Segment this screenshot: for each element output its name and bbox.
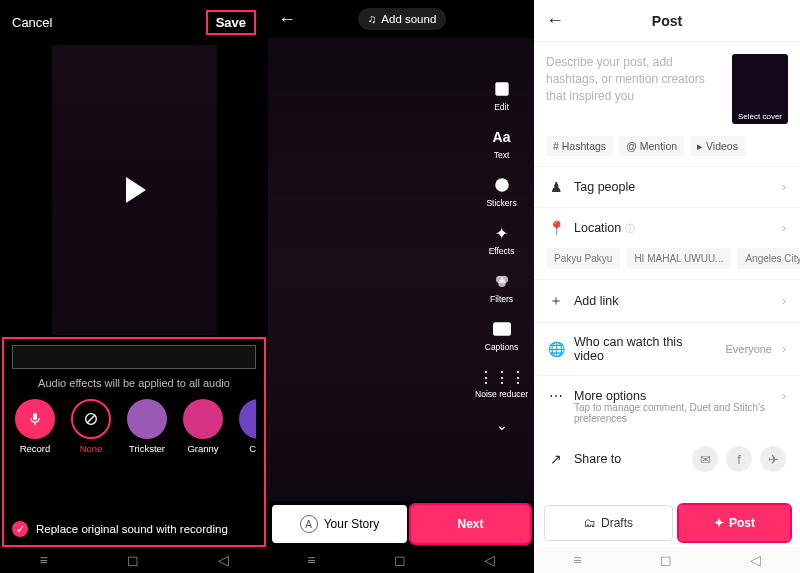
edit-icon bbox=[491, 78, 513, 100]
select-cover-button[interactable]: Select cover bbox=[732, 54, 788, 124]
effect-chip[interactable]: Chip bbox=[236, 399, 256, 454]
back-icon[interactable]: ◁ bbox=[484, 552, 495, 568]
recent-icon[interactable]: ≡ bbox=[307, 552, 315, 568]
home-icon[interactable]: ◻ bbox=[394, 552, 406, 568]
svg-point-2 bbox=[495, 178, 509, 192]
effect-none[interactable]: None bbox=[68, 399, 114, 454]
chevron-right-icon: › bbox=[782, 294, 786, 308]
svg-point-5 bbox=[498, 280, 506, 288]
noise-icon: ⋮⋮⋮ bbox=[491, 366, 513, 388]
back-button[interactable]: ← bbox=[278, 9, 296, 30]
recent-icon[interactable]: ≡ bbox=[39, 552, 47, 568]
next-button[interactable]: Next bbox=[411, 505, 530, 543]
tool-edit[interactable]: Edit bbox=[491, 78, 513, 112]
chevron-right-icon: › bbox=[782, 342, 786, 356]
trickster-icon bbox=[127, 399, 167, 439]
post-panel: ← Post Describe your post, add hashtags,… bbox=[534, 0, 800, 573]
android-nav: ≡ ◻ ◁ bbox=[534, 547, 800, 573]
replace-original-toggle[interactable]: ✓ Replace original sound with recording bbox=[12, 521, 256, 537]
save-button[interactable]: Save bbox=[206, 10, 256, 35]
avatar-icon: A bbox=[300, 515, 318, 533]
record-audio-panel: Cancel Save Audio effects will be applie… bbox=[0, 0, 268, 573]
home-icon[interactable]: ◻ bbox=[127, 552, 139, 568]
tag-people-row[interactable]: ♟ Tag people › bbox=[534, 166, 800, 207]
sparkle-icon: ✦ bbox=[714, 516, 724, 530]
home-icon[interactable]: ◻ bbox=[660, 552, 672, 568]
audio-drawer: Audio effects will be applied to all aud… bbox=[2, 337, 266, 547]
effect-granny[interactable]: Granny bbox=[180, 399, 226, 454]
text-icon: Aa bbox=[491, 126, 513, 148]
chip-icon bbox=[239, 399, 256, 439]
effect-trickster[interactable]: Trickster bbox=[124, 399, 170, 454]
who-can-watch-row[interactable]: 🌐 Who can watch this video Everyone › bbox=[534, 322, 800, 375]
check-icon: ✓ bbox=[12, 521, 28, 537]
mic-icon bbox=[15, 399, 55, 439]
location-chip[interactable]: HI MAHAL UWUU... bbox=[626, 248, 731, 269]
filters-icon bbox=[491, 270, 513, 292]
location-chip[interactable]: Angeles City bbox=[737, 248, 800, 269]
audio-timeline[interactable] bbox=[12, 345, 256, 369]
info-icon: ⓘ bbox=[625, 223, 635, 234]
more-options-subtitle: Tap to manage comment, Duet and Stitch's… bbox=[534, 402, 800, 434]
cancel-button[interactable]: Cancel bbox=[12, 15, 52, 30]
granny-icon bbox=[183, 399, 223, 439]
svg-rect-1 bbox=[495, 82, 508, 95]
post-button[interactable]: ✦ Post bbox=[679, 505, 790, 541]
side-toolbar: Edit AaText Stickers ✦Effects Filters Ca… bbox=[475, 78, 528, 433]
none-icon bbox=[71, 399, 111, 439]
edit-video-panel: ← ♫ Add sound Edit AaText Stickers ✦Effe… bbox=[268, 0, 534, 573]
add-sound-button[interactable]: ♫ Add sound bbox=[358, 8, 447, 30]
drafts-button[interactable]: 🗂 Drafts bbox=[544, 505, 673, 541]
videos-chip[interactable]: ▸ Videos bbox=[690, 136, 745, 156]
audio-note: Audio effects will be applied to all aud… bbox=[12, 377, 256, 389]
person-icon: ♟ bbox=[548, 179, 564, 195]
pin-icon: 📍 bbox=[548, 220, 564, 236]
share-icon: ↗ bbox=[548, 451, 564, 467]
audio-effects-row: Record None Trickster Granny Chip bbox=[12, 399, 256, 454]
location-suggestions: Pakyu Pakyu HI MAHAL UWUU... Angeles Cit… bbox=[534, 248, 800, 279]
captions-icon bbox=[491, 318, 513, 340]
share-to-row: ↗ Share to ✉ f ✈ bbox=[534, 434, 800, 484]
back-icon[interactable]: ◁ bbox=[750, 552, 761, 568]
tool-effects[interactable]: ✦Effects bbox=[489, 222, 515, 256]
facebook-icon[interactable]: f bbox=[726, 446, 752, 472]
chevron-down-icon[interactable]: ⌄ bbox=[496, 417, 508, 433]
page-title: Post bbox=[546, 13, 788, 29]
mention-chip[interactable]: @ Mention bbox=[619, 136, 684, 156]
tool-filters[interactable]: Filters bbox=[490, 270, 513, 304]
telegram-icon[interactable]: ✈ bbox=[760, 446, 786, 472]
stickers-icon bbox=[491, 174, 513, 196]
recent-icon[interactable]: ≡ bbox=[573, 552, 581, 568]
add-link-row[interactable]: ＋ Add link › bbox=[534, 279, 800, 322]
privacy-value: Everyone bbox=[726, 343, 772, 355]
location-chip[interactable]: Pakyu Pakyu bbox=[546, 248, 620, 269]
description-input[interactable]: Describe your post, add hashtags, or men… bbox=[546, 54, 724, 124]
chevron-right-icon: › bbox=[782, 221, 786, 235]
tool-captions[interactable]: Captions bbox=[485, 318, 519, 352]
android-nav: ≡ ◻ ◁ bbox=[268, 547, 534, 573]
chevron-right-icon: › bbox=[782, 180, 786, 194]
android-nav: ≡ ◻ ◁ bbox=[0, 547, 268, 573]
drafts-icon: 🗂 bbox=[584, 516, 596, 530]
music-note-icon: ♫ bbox=[368, 13, 377, 25]
video-preview[interactable] bbox=[52, 45, 217, 335]
video-canvas[interactable]: Edit AaText Stickers ✦Effects Filters Ca… bbox=[268, 38, 534, 501]
effect-record[interactable]: Record bbox=[12, 399, 58, 454]
tool-stickers[interactable]: Stickers bbox=[486, 174, 516, 208]
back-icon[interactable]: ◁ bbox=[218, 552, 229, 568]
location-row[interactable]: 📍 Location ⓘ › bbox=[534, 207, 800, 248]
plus-icon: ＋ bbox=[548, 292, 564, 310]
svg-rect-6 bbox=[493, 322, 511, 336]
tool-text[interactable]: AaText bbox=[491, 126, 513, 160]
your-story-button[interactable]: A Your Story bbox=[272, 505, 407, 543]
chevron-right-icon: › bbox=[782, 389, 786, 403]
tool-noise-reducer[interactable]: ⋮⋮⋮Noise reducer bbox=[475, 366, 528, 399]
play-icon bbox=[126, 177, 146, 203]
effects-icon: ✦ bbox=[491, 222, 513, 244]
globe-icon: 🌐 bbox=[548, 341, 564, 357]
hashtags-chip[interactable]: # Hashtags bbox=[546, 136, 613, 156]
messenger-icon[interactable]: ✉ bbox=[692, 446, 718, 472]
